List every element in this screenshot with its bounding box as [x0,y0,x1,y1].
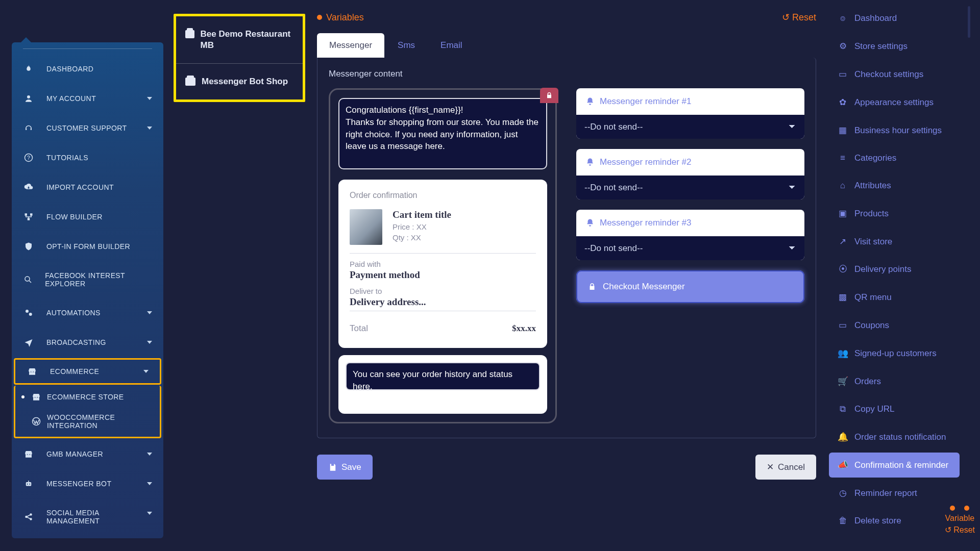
order-history-textarea[interactable] [346,362,540,390]
floating-variable-reset[interactable]: Variable ↺ Reset [945,506,975,536]
palette-icon: ✿ [838,97,847,108]
cancel-button[interactable]: ✕ Cancel [755,455,816,480]
reset-link[interactable]: ↺ Reset [782,12,816,23]
total-value: $xx.xx [512,323,536,334]
sidebar-item-myaccount[interactable]: MY ACCOUNT [12,84,163,113]
rb-confirmation-reminder[interactable]: 📣Confirmation & reminder [829,453,960,478]
reminder-select-2[interactable]: --Do not send-- [576,176,804,199]
sidebar-item-optin[interactable]: OPT-IN FORM BUILDER [12,232,163,261]
rb-coupons[interactable]: ▭Coupons [829,313,960,338]
confirmation-message-textarea[interactable] [338,98,547,169]
sidebar-divider [23,48,152,49]
rb-attributes[interactable]: ⌂Attributes [829,173,960,198]
scrollbar-track[interactable] [968,6,970,38]
rb-delete-store[interactable]: 🗑Delete store [829,509,960,533]
bell-icon [585,158,595,167]
ecommerce-sub-highlight: ECOMMERCE STORE WOOCCOMMERCE INTEGRATION [14,386,161,438]
tab-sms[interactable]: Sms [385,33,427,58]
rb-appearance-settings[interactable]: ✿Appearance settings [829,90,960,115]
sidebar-item-support[interactable]: CUSTOMER SUPPORT [12,113,163,143]
robot-icon [22,479,35,488]
cloud-download-icon [22,183,35,192]
undo-icon: ↺ [782,12,792,22]
svg-point-7 [26,310,29,313]
sidebar-item-tutorials[interactable]: ? TUTORIALS [12,143,163,172]
send-icon [22,338,35,347]
rb-visit-store[interactable]: ↗Visit store [829,229,960,254]
rb-categories[interactable]: ≡Categories [829,146,960,170]
reminder-label: Messenger reminder #3 [585,218,795,228]
total-label: Total [350,323,368,334]
sidebar-subitem-woocommerce[interactable]: WOOCCOMMERCE INTEGRATION [15,408,160,437]
cart-item-qty: Qty : XX [393,233,451,242]
sidebar-item-gmb[interactable]: GMB MANAGER [12,439,163,469]
sidebar-item-dashboard[interactable]: DASHBOARD [12,54,163,84]
store-item[interactable]: Bee Demo Restaurant MB [176,16,303,64]
sidebar-label: ECOMMERCE [50,367,99,375]
rb-qr-menu[interactable]: ▩QR menu [829,285,960,310]
svg-rect-10 [26,482,32,486]
chevron-down-icon [147,453,152,456]
rb-copy-url[interactable]: ⧉Copy URL [829,397,960,421]
svg-rect-5 [28,218,30,220]
chevron-down-icon [147,341,152,344]
sidebar-label: DASHBOARD [46,65,93,73]
save-button[interactable]: Save [317,455,373,480]
sidebar-label: BROADCASTING [46,338,106,346]
bell-icon [585,97,595,106]
sidebar-label: GMB MANAGER [46,450,103,458]
ecommerce-highlight-group: ECOMMERCE [14,358,161,385]
reminder-card-3: Messenger reminder #3 --Do not send-- [576,210,804,260]
sidebar-label: TUTORIALS [46,154,88,162]
bullet-icon [21,395,24,398]
main-content: Variables ↺ Reset Messenger Sms Email Me… [317,12,816,480]
rb-checkout-settings[interactable]: ▭Checkout settings [829,62,960,87]
sidebar-item-flowbuilder[interactable]: FLOW BUILDER [12,202,163,232]
rb-orders[interactable]: 🛒Orders [829,369,960,394]
chevron-down-icon [147,311,152,314]
sidebar-item-automations[interactable]: AUTOMATIONS [12,298,163,328]
rb-dashboard[interactable]: ⌾Dashboard [829,6,960,31]
ticket-icon: ▭ [838,320,847,331]
sidebar-item-ecommerce[interactable]: ECOMMERCE [15,360,160,383]
sidebar-item-social[interactable]: SOCIAL MEDIA MANAGEMENT [12,498,163,528]
tab-email[interactable]: Email [428,33,475,58]
cart-icon: 🛒 [838,376,847,387]
chevron-down-icon [147,512,152,515]
gear-icon: ⚙ [838,41,847,52]
panel-heading: Messenger content [329,69,804,79]
svg-rect-3 [25,213,28,216]
rb-reminder-report[interactable]: ◷Reminder report [829,481,960,506]
variables-text: Variables [326,12,364,23]
rb-signed-up-customers[interactable]: 👥Signed-up customers [829,341,960,366]
checkout-messenger-button[interactable]: Checkout Messenger [576,270,804,303]
store-item[interactable]: Messenger Bot Shop [176,64,303,99]
rb-order-status-notification[interactable]: 🔔Order status notification [829,424,960,449]
reminder-select-3[interactable]: --Do not send-- [576,236,804,260]
rb-delivery-points[interactable]: ⦿Delivery points [829,257,960,282]
tabs: Messenger Sms Email [317,33,816,58]
box-icon: ▣ [838,208,847,219]
svg-text:?: ? [27,155,30,161]
svg-point-0 [27,95,30,98]
variables-link[interactable]: Variables [317,12,364,23]
sidebar-subitem-ecommerce-store[interactable]: ECOMMERCE STORE [15,386,160,408]
bell-icon: 🔔 [838,432,847,442]
store-icon [30,392,43,402]
rb-store-settings[interactable]: ⚙Store settings [829,34,960,59]
rb-products[interactable]: ▣Products [829,201,960,226]
sidebar-item-import[interactable]: IMPORT ACCOUNT [12,172,163,202]
pin-icon: ⦿ [838,264,847,274]
reminder-select-1[interactable]: --Do not send-- [576,115,804,139]
sidebar-item-fbexplorer[interactable]: FACEBOOK INTEREST EXPLORER [12,261,163,298]
shield-icon [22,242,35,251]
lock-badge [540,88,558,103]
preview-column: Order confirmation Cart item title Price… [329,88,557,423]
svg-point-12 [29,484,30,485]
sidebar-item-broadcasting[interactable]: BROADCASTING [12,328,163,357]
tab-messenger[interactable]: Messenger [317,33,384,58]
wordpress-icon [30,417,43,426]
chevron-down-icon [147,97,152,100]
sidebar-item-messengerbot[interactable]: MESSENGER BOT [12,469,163,498]
rb-business-hour[interactable]: ▦Business hour settings [829,118,960,143]
